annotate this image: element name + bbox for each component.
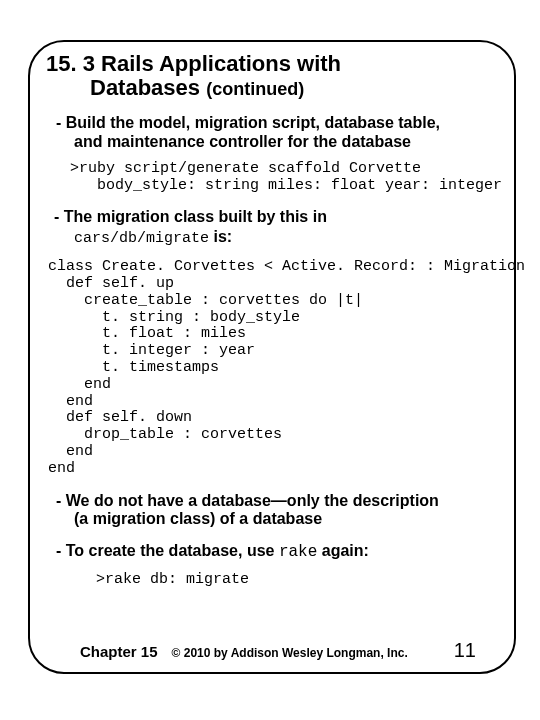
title-line2: Databases (90, 75, 200, 100)
bullet-build-line2: and maintenance controller for the datab… (56, 133, 502, 151)
bullet-build: - Build the model, migration script, dat… (56, 114, 502, 151)
migration-path: cars/db/migrate (74, 230, 209, 247)
code-rake-migrate: >rake db: migrate (96, 572, 502, 589)
code-scaffold-line2: body_style: string miles: float year: in… (70, 177, 502, 194)
bullet-build-line1: - Build the model, migration script, dat… (56, 114, 440, 131)
bullet-no-db-line2: (a migration class) of a database (56, 510, 502, 528)
footer-chapter: Chapter 15 (80, 643, 158, 660)
bullet-create-part1: - To create the database, use (56, 542, 279, 559)
slide-title: 15. 3 Rails Applications with Databases … (46, 52, 502, 100)
bullet-create-part2: again: (317, 542, 369, 559)
migration-path-line: cars/db/migrate is: (46, 228, 502, 247)
migration-intro: - The migration class built by this in (54, 208, 502, 226)
migration-is: is: (213, 228, 232, 245)
bullet-no-db-line1: - We do not have a database—only the des… (56, 492, 439, 509)
bullet-create-db: - To create the database, use rake again… (56, 542, 502, 561)
rake-inline: rake (279, 543, 317, 561)
slide-frame: 15. 3 Rails Applications with Databases … (28, 40, 516, 674)
footer-page-number: 11 (454, 639, 476, 662)
code-migration-class: class Create. Corvettes < Active. Record… (48, 259, 502, 477)
footer-copyright: © 2010 by Addison Wesley Longman, Inc. (172, 646, 408, 660)
title-continued: (continued) (206, 79, 304, 99)
title-line1: 15. 3 Rails Applications with (46, 51, 341, 76)
slide-content: 15. 3 Rails Applications with Databases … (30, 42, 514, 588)
code-scaffold: >ruby script/generate scaffold Corvette … (70, 161, 502, 194)
slide-footer: Chapter 15 © 2010 by Addison Wesley Long… (30, 639, 514, 662)
migration-intro-text: - The migration class built by this in (54, 208, 327, 225)
bullet-no-db: - We do not have a database—only the des… (56, 492, 502, 529)
code-scaffold-line1: >ruby script/generate scaffold Corvette (70, 160, 421, 177)
